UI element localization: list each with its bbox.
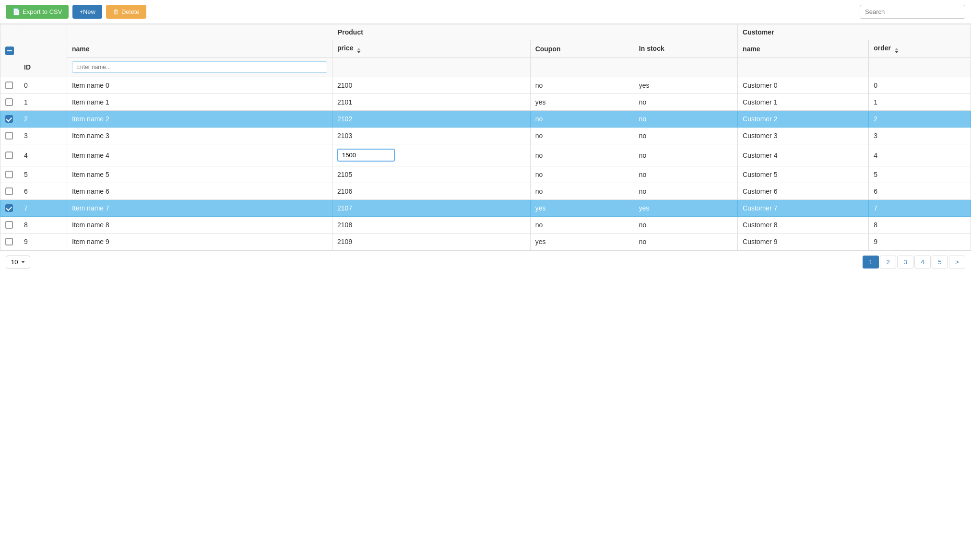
row-id: 0 <box>19 77 67 94</box>
row-customer-name: Customer 1 <box>738 94 869 111</box>
pagination-page-1-button[interactable]: 1 <box>863 256 879 268</box>
table-body: 0Item name 02100noyesCustomer 001Item na… <box>0 77 971 250</box>
row-instock: no <box>634 111 737 128</box>
row-checkbox[interactable] <box>5 98 13 106</box>
pagination-page-3-button[interactable]: 3 <box>897 256 913 268</box>
row-instock: no <box>634 128 737 144</box>
row-order: 3 <box>869 128 971 144</box>
row-price: 2107 <box>332 200 531 217</box>
row-id: 5 <box>19 166 67 183</box>
row-customer-name: Customer 6 <box>738 183 869 200</box>
row-checkbox[interactable] <box>5 221 13 229</box>
new-button[interactable]: +New <box>72 5 102 19</box>
header-filter-row <box>0 58 971 77</box>
row-id: 6 <box>19 183 67 200</box>
row-customer-name: Customer 0 <box>738 77 869 94</box>
new-label: +New <box>79 8 95 15</box>
row-id: 2 <box>19 111 67 128</box>
row-coupon: no <box>530 128 634 144</box>
row-price: 2103 <box>332 128 531 144</box>
row-coupon: yes <box>530 233 634 250</box>
row-checkbox[interactable] <box>5 82 13 89</box>
pagination-next-button[interactable]: > <box>949 256 965 268</box>
row-checkbox[interactable] <box>5 152 13 159</box>
export-csv-button[interactable]: 📄 Export to CSV <box>6 5 69 19</box>
th-order[interactable]: order <box>869 40 971 58</box>
pagination-page-5-button[interactable]: 5 <box>932 256 948 268</box>
sort-up-icon <box>895 48 899 50</box>
row-checkbox-cell <box>0 77 19 94</box>
th-product-group: Product <box>67 24 634 40</box>
export-icon: 📄 <box>12 8 20 15</box>
row-order: 4 <box>869 144 971 166</box>
row-product-name: Item name 9 <box>67 233 332 250</box>
search-input[interactable] <box>860 5 965 19</box>
row-order: 0 <box>869 77 971 94</box>
th-filter-coupon <box>530 58 634 77</box>
th-filter-name <box>67 58 332 77</box>
header-sub-row: name price Coupon name order <box>0 40 971 58</box>
page-size-button[interactable]: 10 <box>6 256 30 268</box>
row-customer-name: Customer 8 <box>738 217 869 233</box>
trash-icon: 🗑 <box>113 8 119 15</box>
row-product-name: Item name 1 <box>67 94 332 111</box>
row-instock: no <box>634 233 737 250</box>
table-row: 4Item name 4nonoCustomer 44 <box>0 144 971 166</box>
row-instock: no <box>634 166 737 183</box>
row-product-name: Item name 5 <box>67 166 332 183</box>
row-checkbox[interactable] <box>5 115 13 123</box>
delete-button[interactable]: 🗑 Delete <box>106 5 146 19</box>
th-price[interactable]: price <box>332 40 531 58</box>
row-instock: yes <box>634 200 737 217</box>
row-instock: yes <box>634 77 737 94</box>
table-row: 1Item name 12101yesnoCustomer 11 <box>0 94 971 111</box>
row-coupon: no <box>530 77 634 94</box>
row-price: 2109 <box>332 233 531 250</box>
deselect-all-button[interactable] <box>5 47 14 55</box>
table-row: 7Item name 72107yesyesCustomer 77 <box>0 200 971 217</box>
filter-name-input[interactable] <box>72 61 327 73</box>
row-price[interactable] <box>332 144 531 166</box>
row-coupon: no <box>530 166 634 183</box>
sort-down-icon <box>895 51 899 53</box>
row-price: 2105 <box>332 166 531 183</box>
th-instock: In stock <box>634 24 737 58</box>
th-filter-order <box>869 58 971 77</box>
price-edit-input[interactable] <box>337 149 395 162</box>
row-product-name: Item name 2 <box>67 111 332 128</box>
row-checkbox-cell <box>0 128 19 144</box>
row-product-name: Item name 0 <box>67 77 332 94</box>
table-row: 9Item name 92109yesnoCustomer 99 <box>0 233 971 250</box>
row-checkbox[interactable] <box>5 238 13 245</box>
pagination: 12345> <box>863 256 965 268</box>
pagination-page-2-button[interactable]: 2 <box>880 256 896 268</box>
row-checkbox[interactable] <box>5 204 13 212</box>
row-coupon: no <box>530 183 634 200</box>
page-size-caret-icon <box>21 261 25 263</box>
table-row: 6Item name 62106nonoCustomer 66 <box>0 183 971 200</box>
row-checkbox[interactable] <box>5 171 13 178</box>
row-product-name: Item name 4 <box>67 144 332 166</box>
row-checkbox[interactable] <box>5 187 13 195</box>
row-instock: no <box>634 144 737 166</box>
row-customer-name: Customer 3 <box>738 128 869 144</box>
export-label: Export to CSV <box>23 8 62 15</box>
row-coupon: no <box>530 217 634 233</box>
row-checkbox[interactable] <box>5 132 13 140</box>
row-checkbox-cell <box>0 166 19 183</box>
table-row: 3Item name 32103nonoCustomer 33 <box>0 128 971 144</box>
row-id: 7 <box>19 200 67 217</box>
row-customer-name: Customer 5 <box>738 166 869 183</box>
order-sort-icon <box>895 48 899 53</box>
th-select-all[interactable] <box>0 24 19 77</box>
row-checkbox-cell <box>0 144 19 166</box>
page-size-value: 10 <box>11 258 18 266</box>
row-order: 8 <box>869 217 971 233</box>
pagination-page-4-button[interactable]: 4 <box>914 256 931 268</box>
row-id: 4 <box>19 144 67 166</box>
delete-label: Delete <box>121 8 140 15</box>
row-order: 9 <box>869 233 971 250</box>
th-filter-customer <box>738 58 869 77</box>
price-sort-icon <box>357 48 361 53</box>
data-table: ID Product In stock Customer name price <box>0 24 971 250</box>
